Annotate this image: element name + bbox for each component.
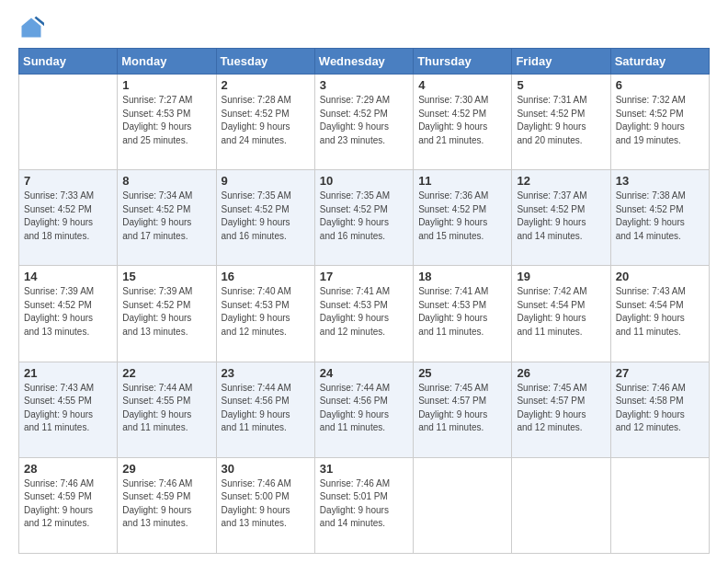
calendar-cell	[512, 457, 610, 553]
calendar-cell: 20Sunrise: 7:43 AMSunset: 4:54 PMDayligh…	[610, 266, 709, 362]
header	[18, 15, 710, 40]
day-number: 21	[24, 366, 112, 380]
day-number: 3	[320, 78, 408, 92]
day-info: Sunrise: 7:41 AMSunset: 4:53 PMDaylight:…	[320, 285, 408, 339]
calendar-week-4: 21Sunrise: 7:43 AMSunset: 4:55 PMDayligh…	[19, 362, 710, 457]
calendar-header-sunday: Sunday	[19, 49, 118, 75]
calendar-cell: 3Sunrise: 7:29 AMSunset: 4:52 PMDaylight…	[314, 75, 413, 170]
day-number: 8	[122, 174, 210, 188]
day-number: 13	[616, 174, 704, 188]
day-number: 31	[320, 462, 408, 476]
day-number: 9	[222, 174, 310, 188]
calendar-cell: 31Sunrise: 7:46 AMSunset: 5:01 PMDayligh…	[314, 457, 413, 553]
day-number: 22	[122, 366, 210, 380]
page: SundayMondayTuesdayWednesdayThursdayFrid…	[0, 0, 728, 563]
calendar-cell: 23Sunrise: 7:44 AMSunset: 4:56 PMDayligh…	[216, 362, 314, 457]
calendar-cell: 1Sunrise: 7:27 AMSunset: 4:53 PMDaylight…	[118, 75, 216, 170]
calendar-cell: 18Sunrise: 7:41 AMSunset: 4:53 PMDayligh…	[414, 266, 512, 362]
calendar-cell: 8Sunrise: 7:34 AMSunset: 4:52 PMDaylight…	[118, 170, 216, 266]
calendar-cell: 30Sunrise: 7:46 AMSunset: 5:00 PMDayligh…	[216, 457, 314, 553]
calendar-header-row: SundayMondayTuesdayWednesdayThursdayFrid…	[19, 49, 710, 75]
day-info: Sunrise: 7:44 AMSunset: 4:56 PMDaylight:…	[222, 382, 310, 435]
day-number: 11	[418, 174, 506, 188]
day-number: 6	[616, 78, 704, 92]
calendar-cell	[19, 75, 118, 170]
day-number: 19	[517, 270, 605, 283]
day-number: 1	[122, 78, 210, 92]
day-info: Sunrise: 7:28 AMSunset: 4:52 PMDaylight:…	[222, 94, 310, 147]
calendar-cell: 11Sunrise: 7:36 AMSunset: 4:52 PMDayligh…	[414, 170, 512, 266]
day-info: Sunrise: 7:43 AMSunset: 4:55 PMDaylight:…	[24, 382, 112, 435]
calendar-week-5: 28Sunrise: 7:46 AMSunset: 4:59 PMDayligh…	[19, 457, 710, 553]
day-info: Sunrise: 7:46 AMSunset: 4:59 PMDaylight:…	[122, 477, 210, 531]
day-info: Sunrise: 7:27 AMSunset: 4:53 PMDaylight:…	[122, 94, 210, 147]
day-number: 28	[24, 462, 112, 476]
day-number: 20	[616, 270, 704, 283]
day-info: Sunrise: 7:40 AMSunset: 4:53 PMDaylight:…	[222, 285, 310, 339]
calendar-cell	[610, 457, 709, 553]
calendar-cell: 26Sunrise: 7:45 AMSunset: 4:57 PMDayligh…	[512, 362, 610, 457]
calendar-cell: 2Sunrise: 7:28 AMSunset: 4:52 PMDaylight…	[216, 75, 314, 170]
day-info: Sunrise: 7:32 AMSunset: 4:52 PMDaylight:…	[616, 94, 704, 147]
day-number: 17	[320, 270, 408, 283]
calendar-cell: 10Sunrise: 7:35 AMSunset: 4:52 PMDayligh…	[314, 170, 413, 266]
day-number: 24	[320, 366, 408, 380]
day-info: Sunrise: 7:46 AMSunset: 4:59 PMDaylight:…	[24, 477, 112, 531]
day-info: Sunrise: 7:31 AMSunset: 4:52 PMDaylight:…	[517, 94, 605, 147]
calendar-cell	[414, 457, 512, 553]
day-number: 15	[122, 270, 210, 283]
calendar-cell: 28Sunrise: 7:46 AMSunset: 4:59 PMDayligh…	[19, 457, 118, 553]
calendar-cell: 15Sunrise: 7:39 AMSunset: 4:52 PMDayligh…	[118, 266, 216, 362]
calendar-cell: 29Sunrise: 7:46 AMSunset: 4:59 PMDayligh…	[118, 457, 216, 553]
day-number: 29	[122, 462, 210, 476]
calendar-cell: 21Sunrise: 7:43 AMSunset: 4:55 PMDayligh…	[19, 362, 118, 457]
day-info: Sunrise: 7:44 AMSunset: 4:55 PMDaylight:…	[122, 382, 210, 435]
day-info: Sunrise: 7:42 AMSunset: 4:54 PMDaylight:…	[517, 285, 605, 339]
calendar-cell: 7Sunrise: 7:33 AMSunset: 4:52 PMDaylight…	[19, 170, 118, 266]
day-number: 7	[24, 174, 112, 188]
calendar-table: SundayMondayTuesdayWednesdayThursdayFrid…	[18, 48, 710, 554]
calendar-header-friday: Friday	[512, 49, 610, 75]
calendar-cell: 12Sunrise: 7:37 AMSunset: 4:52 PMDayligh…	[512, 170, 610, 266]
day-info: Sunrise: 7:35 AMSunset: 4:52 PMDaylight:…	[222, 190, 310, 243]
calendar-cell: 17Sunrise: 7:41 AMSunset: 4:53 PMDayligh…	[314, 266, 413, 362]
calendar-cell: 24Sunrise: 7:44 AMSunset: 4:56 PMDayligh…	[314, 362, 413, 457]
day-info: Sunrise: 7:38 AMSunset: 4:52 PMDaylight:…	[616, 190, 704, 243]
calendar-cell: 14Sunrise: 7:39 AMSunset: 4:52 PMDayligh…	[19, 266, 118, 362]
calendar-cell: 27Sunrise: 7:46 AMSunset: 4:58 PMDayligh…	[610, 362, 709, 457]
calendar-week-1: 1Sunrise: 7:27 AMSunset: 4:53 PMDaylight…	[19, 75, 710, 170]
calendar-cell: 22Sunrise: 7:44 AMSunset: 4:55 PMDayligh…	[118, 362, 216, 457]
calendar-header-thursday: Thursday	[414, 49, 512, 75]
calendar-header-saturday: Saturday	[610, 49, 709, 75]
calendar-cell: 5Sunrise: 7:31 AMSunset: 4:52 PMDaylight…	[512, 75, 610, 170]
logo-icon	[18, 15, 44, 40]
day-number: 16	[222, 270, 310, 283]
calendar-header-monday: Monday	[118, 49, 216, 75]
day-info: Sunrise: 7:46 AMSunset: 4:58 PMDaylight:…	[616, 382, 704, 435]
calendar-cell: 9Sunrise: 7:35 AMSunset: 4:52 PMDaylight…	[216, 170, 314, 266]
day-number: 5	[517, 78, 605, 92]
day-info: Sunrise: 7:39 AMSunset: 4:52 PMDaylight:…	[122, 285, 210, 339]
day-info: Sunrise: 7:46 AMSunset: 5:00 PMDaylight:…	[222, 477, 310, 531]
day-info: Sunrise: 7:44 AMSunset: 4:56 PMDaylight:…	[320, 382, 408, 435]
calendar-cell: 4Sunrise: 7:30 AMSunset: 4:52 PMDaylight…	[414, 75, 512, 170]
day-info: Sunrise: 7:36 AMSunset: 4:52 PMDaylight:…	[418, 190, 506, 243]
day-number: 12	[517, 174, 605, 188]
day-info: Sunrise: 7:34 AMSunset: 4:52 PMDaylight:…	[122, 190, 210, 243]
day-info: Sunrise: 7:29 AMSunset: 4:52 PMDaylight:…	[320, 94, 408, 147]
day-info: Sunrise: 7:45 AMSunset: 4:57 PMDaylight:…	[517, 382, 605, 435]
logo	[18, 15, 48, 40]
day-number: 2	[222, 78, 310, 92]
day-number: 23	[222, 366, 310, 380]
day-number: 4	[418, 78, 506, 92]
day-number: 10	[320, 174, 408, 188]
day-number: 30	[222, 462, 310, 476]
day-info: Sunrise: 7:30 AMSunset: 4:52 PMDaylight:…	[418, 94, 506, 147]
day-number: 18	[418, 270, 506, 283]
day-number: 25	[418, 366, 506, 380]
calendar-header-wednesday: Wednesday	[314, 49, 413, 75]
day-number: 27	[616, 366, 704, 380]
day-number: 26	[517, 366, 605, 380]
calendar-cell: 6Sunrise: 7:32 AMSunset: 4:52 PMDaylight…	[610, 75, 709, 170]
calendar-cell: 25Sunrise: 7:45 AMSunset: 4:57 PMDayligh…	[414, 362, 512, 457]
